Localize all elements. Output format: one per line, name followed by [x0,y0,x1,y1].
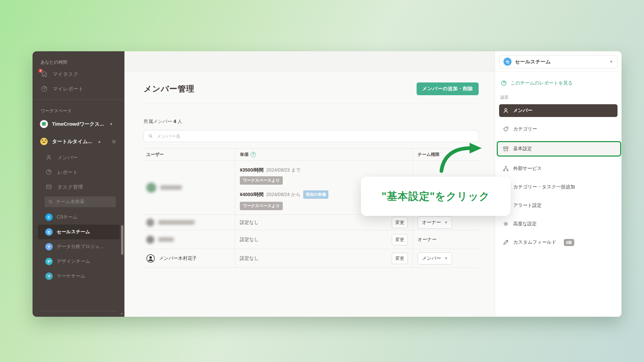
settings-item-custom-fields[interactable]: カスタムフィールド β版 [499,236,618,249]
team-label: データ分析プロジェ... [57,244,104,250]
member-search-input[interactable] [157,133,474,139]
change-rate-button[interactable]: 変更 [392,217,408,228]
settings-item-alert-settings[interactable]: アラート設定 [499,199,618,212]
team-search-input[interactable]: チーム名検索 [45,196,116,207]
user-cell: メンバー木村花子 [144,249,235,267]
archive-box-icon [502,145,509,152]
team-avatar: デ [45,258,53,265]
settings-item-members[interactable]: メンバー [499,104,618,117]
sidebar-team-sales[interactable]: セ セールスチーム [38,225,120,239]
table-row: メンバー木村花子 設定なし 変更 メンバー ▼ [144,249,479,268]
team-report-link[interactable]: このチームのレポートを見る [500,80,618,86]
section-workspace-label: ワークスペース [41,108,124,114]
workspace-label: TimeCrowdワークス... [52,121,104,127]
change-rate-button[interactable]: 変更 [392,253,408,264]
sidebar-item-label: メンバー [57,155,78,161]
pie-chart-icon [45,169,53,176]
help-icon[interactable]: ? [251,152,256,157]
rate-cell: 設定なし 変更 [235,249,413,267]
sidebar-item-label: マイレポート [53,86,84,92]
member-count-suffix: 人 [177,119,182,124]
sidebar-team-cs[interactable]: C CSチーム [33,210,124,225]
settings-item-bulk-add[interactable]: カテゴリー・タスク一括追加 [499,181,618,193]
rate-amount: ¥3500/時間 [240,167,264,173]
role-value: オーナー [418,237,437,243]
member-count: 所属メンバー 4 人 [144,118,479,125]
sidebar-team-marketing[interactable]: マ マーケチーム [33,269,124,284]
workspace-timecrowd[interactable]: TimeCrowdワークス... ▼ [33,115,124,133]
timecrowd-logo-icon [40,120,48,128]
main-top-bar [124,51,495,72]
sidebar-item-my-report[interactable]: マイレポート [33,81,124,96]
sidebar-item-label: マイタスク [53,71,78,77]
tutorial-arrow-icon [436,140,490,177]
settings-item-advanced-settings[interactable]: 高度な設定 [499,218,618,230]
role-value: オーナー [422,220,441,226]
team-label: マーケチーム [57,273,85,279]
settings-item-external-services[interactable]: 外部サービス [499,162,618,175]
team-selector-dropdown[interactable]: セ セールスチーム ▼ [499,55,618,68]
app-window: あなたの時間 マイタスク マイレポート ワークスペース [33,51,622,317]
member-count-value: 4 [173,118,176,124]
user-cell-anonymized [144,161,235,215]
section-your-time-label: あなたの時間 [41,59,124,65]
sidebar-item-report[interactable]: レポート [33,165,124,180]
team-search-placeholder: チーム名検索 [56,199,85,205]
rate-cell: 設定なし 変更 [235,215,413,230]
settings-item-label: カテゴリー [513,126,537,132]
settings-item-label: アラート設定 [513,202,542,208]
settings-item-label: カテゴリー・タスク一括追加 [513,184,575,190]
team-report-link-label: このチームのレポートを見る [511,80,573,86]
settings-item-basic-settings[interactable]: 基本設定 [497,141,621,157]
team-avatar: テ [45,243,53,250]
add-remove-members-button[interactable]: メンバーの追加・削除 [417,82,479,95]
rate-source-badge: ワークスペースより [240,202,283,210]
team-label: デザインチーム [57,258,90,264]
member-count-prefix: 所属メンバー [144,119,172,124]
role-cell: オーナー ▼ [413,215,479,230]
current-rate-badge: 現在の単価 [303,190,328,199]
sidebar-team-design[interactable]: デ デザインチーム [33,254,124,269]
sidebar-item-members[interactable]: メンバー [33,150,124,165]
team-avatar: C [45,214,53,221]
change-rate-button[interactable]: 変更 [392,234,408,245]
sidebar-item-label: タスク管理 [57,184,83,190]
role-dropdown[interactable]: メンバー ▼ [418,252,452,264]
avatar-blurred [146,219,154,227]
sidebar-team-data-analysis[interactable]: テ データ分析プロジェ... [33,239,124,254]
gear-icon [502,221,509,227]
username: メンバー木村花子 [159,255,197,261]
avatar-blurred [146,183,156,193]
role-cell: メンバー ▼ [413,249,479,267]
rate-source-badge: ワークスペースより [240,176,283,185]
username-blurred [160,185,182,190]
tag-icon [502,126,509,132]
gear-icon[interactable] [111,138,117,145]
page-title: メンバー管理 [144,83,195,94]
rate-none: 設定なし [240,220,259,226]
column-header-user: ユーザー [144,148,235,160]
tutorial-tooltip: "基本設定"をクリック [361,177,511,216]
workspace-turtle-time[interactable]: タートルタイム... ▲ [33,133,124,150]
settings-item-categories[interactable]: カテゴリー [499,123,618,135]
settings-item-label: 外部サービス [513,166,542,172]
role-dropdown[interactable]: オーナー ▼ [418,217,452,229]
workspace-label: タートルタイム... [52,138,92,145]
sidebar-scrollbar[interactable] [121,225,123,255]
sidebar-item-task-admin[interactable]: タスク管理 [33,180,124,194]
member-search [144,130,479,142]
team-avatar: マ [45,273,53,280]
chevron-down-icon: ▾ [121,312,122,315]
pie-chart-icon [41,85,48,93]
divider [144,103,479,104]
rate-amount: ¥4000/時間 [240,192,264,198]
beta-badge: β版 [564,239,575,246]
rate-cell: 設定なし 変更 [235,230,413,249]
pie-chart-icon [500,80,507,86]
user-cell-anonymized [144,230,235,249]
recording-play-badge [39,69,43,73]
left-sidebar: あなたの時間 マイタスク マイレポート ワークスペース [33,51,124,317]
sidebar-item-my-task[interactable]: マイタスク [33,67,124,81]
person-icon [502,107,509,114]
envelope-icon [45,183,53,191]
